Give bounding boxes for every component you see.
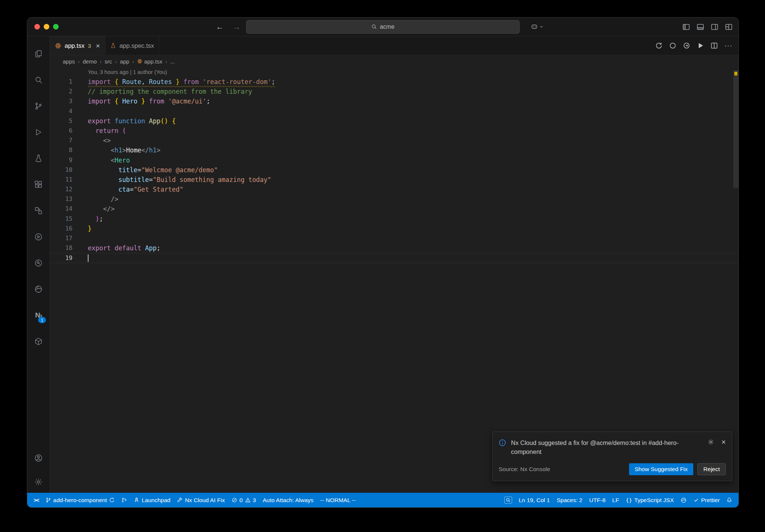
notification-source: Source: Nx Console	[499, 466, 550, 473]
tab-label: app.spec.tsx	[120, 42, 154, 49]
package-explorer-icon[interactable]	[30, 328, 47, 355]
code-line[interactable]: 11 subtitle="Build something amazing tod…	[50, 175, 738, 185]
scrollbar-thumb[interactable]	[733, 70, 738, 188]
code-line[interactable]: 13 />	[50, 194, 738, 204]
toggle-secondary-sidebar-icon[interactable]	[711, 23, 718, 31]
explorer-icon[interactable]	[30, 41, 47, 67]
indentation-item[interactable]: Spaces: 2	[553, 493, 586, 507]
code-text: return (	[88, 126, 126, 136]
editor-actions: ···	[655, 36, 738, 55]
eol-item[interactable]: LF	[609, 493, 622, 507]
rocket-icon	[134, 497, 139, 503]
breadcrumb-item[interactable]: apps	[63, 58, 75, 65]
code-line[interactable]: 10 title="Welcmoe @acme/demo"	[50, 165, 738, 175]
go-back-icon[interactable]: ←	[216, 22, 224, 31]
notification-close-icon[interactable]: ×	[721, 438, 726, 446]
codelens-annotation[interactable]: You, 3 hours ago | 1 author (You)	[88, 69, 738, 77]
code-text: export function App() {	[88, 116, 176, 126]
breadcrumb-item[interactable]: demo	[83, 58, 97, 65]
code-line[interactable]: 3import { Hero } from '@acme/ui';	[50, 96, 738, 106]
code-line[interactable]: 9 <Hero	[50, 155, 738, 165]
line-number: 17	[50, 233, 72, 243]
extensions-icon[interactable]	[30, 171, 47, 198]
inline-chat-icon[interactable]	[669, 42, 676, 49]
command-center-search[interactable]: acme	[246, 20, 520, 34]
run-and-debug-icon[interactable]	[30, 119, 47, 145]
encoding-item[interactable]: UTF-8	[586, 493, 609, 507]
auto-attach-item[interactable]: Auto Attach: Always	[259, 493, 317, 507]
nx-console-icon[interactable]: N› 1	[30, 302, 47, 328]
copilot-menu[interactable]	[531, 18, 543, 36]
show-suggested-fix-button[interactable]: Show Suggested Fix	[629, 463, 693, 475]
accounts-icon[interactable]	[30, 445, 47, 471]
minimize-window-button[interactable]	[44, 24, 49, 30]
edge-status-item[interactable]	[677, 493, 690, 507]
remote-explorer-icon[interactable]	[30, 198, 47, 224]
notification-settings-gear-icon[interactable]	[707, 439, 714, 445]
testing-icon[interactable]	[30, 145, 47, 171]
code-line[interactable]: 7 <>	[50, 136, 738, 145]
toggle-panel-icon[interactable]	[697, 23, 704, 31]
overview-ruler[interactable]	[733, 67, 738, 493]
code-line[interactable]: 16}	[50, 224, 738, 233]
code-line[interactable]: 5export function App() {	[50, 116, 738, 126]
zoom-indicator[interactable]	[501, 493, 515, 507]
sync-icon	[109, 497, 115, 503]
breadcrumb-item[interactable]: app	[120, 58, 129, 65]
close-window-button[interactable]	[34, 24, 40, 30]
vim-mode-item[interactable]: -- NORMAL --	[317, 493, 359, 507]
split-editor-icon[interactable]	[710, 42, 718, 49]
nx-badge: 1	[38, 317, 46, 323]
code-inspect-icon[interactable]	[30, 250, 47, 276]
magnifier-icon	[506, 498, 511, 502]
launchpad-item[interactable]: Launchpad	[130, 493, 174, 507]
tab-app-spec-tsx[interactable]: app.spec.tsx	[105, 36, 159, 55]
code-text: </>	[88, 204, 115, 214]
source-control-icon[interactable]	[30, 93, 47, 119]
reject-button[interactable]: Reject	[697, 463, 726, 475]
code-line[interactable]: 1import { Route, Routes } from 'react-ro…	[50, 77, 738, 87]
close-tab-icon[interactable]: ×	[96, 42, 100, 49]
play-icon[interactable]	[697, 42, 704, 49]
code-line[interactable]: 19	[50, 253, 738, 263]
customize-layout-icon[interactable]	[725, 23, 733, 31]
notifications-bell-item[interactable]	[723, 493, 735, 507]
zoom-window-button[interactable]	[53, 24, 59, 30]
language-mode-item[interactable]: {} TypeScript JSX	[622, 493, 677, 507]
code-line[interactable]: 4	[50, 106, 738, 116]
run-file-icon[interactable]	[683, 42, 690, 49]
git-branch-item[interactable]: add-hero-component	[42, 493, 118, 507]
code-line[interactable]: 6 return (	[50, 126, 738, 136]
more-actions-icon[interactable]: ···	[724, 41, 733, 50]
breadcrumb-item-file[interactable]: app.tsx	[137, 58, 162, 65]
problems-item[interactable]: 0 3	[228, 493, 259, 507]
breadcrumb-item[interactable]: ...	[170, 58, 175, 65]
check-icon	[693, 497, 699, 503]
settings-gear-icon[interactable]	[30, 471, 47, 493]
code-line[interactable]: 12 cta="Get Started"	[50, 185, 738, 194]
edge-devtools-icon[interactable]	[30, 276, 47, 302]
code-line[interactable]: 2// importing the component from the lib…	[50, 87, 738, 96]
react-file-icon	[137, 59, 142, 64]
search-view-icon[interactable]	[30, 67, 47, 93]
nx-cloud-fix-item[interactable]: Nx Cloud AI Fix	[174, 493, 228, 507]
error-count: 0	[239, 497, 243, 504]
warnings-icon	[245, 497, 251, 503]
run-circle-icon[interactable]	[30, 224, 47, 250]
copilot-icon	[531, 23, 538, 30]
code-editor[interactable]: You, 3 hours ago | 1 author (You) 1impor…	[50, 67, 738, 493]
code-line[interactable]: 18export default App;	[50, 243, 738, 253]
cursor-position-item[interactable]: Ln 19, Col 1	[515, 493, 554, 507]
toggle-primary-sidebar-icon[interactable]	[682, 23, 690, 31]
code-line[interactable]: 15 );	[50, 214, 738, 224]
remote-indicator[interactable]: ><	[30, 493, 42, 507]
prettier-item[interactable]: Prettier	[690, 493, 723, 507]
code-line[interactable]: 17	[50, 233, 738, 243]
code-line[interactable]: 8 <h1>Home</h1>	[50, 145, 738, 155]
timeline-icon[interactable]	[655, 42, 663, 49]
code-line[interactable]: 14 </>	[50, 204, 738, 214]
go-forward-icon[interactable]: →	[233, 22, 241, 31]
breadcrumb-item[interactable]: src	[105, 58, 112, 65]
tab-app-tsx[interactable]: app.tsx 3 ×	[50, 36, 105, 55]
commit-graph-item[interactable]	[118, 493, 130, 507]
